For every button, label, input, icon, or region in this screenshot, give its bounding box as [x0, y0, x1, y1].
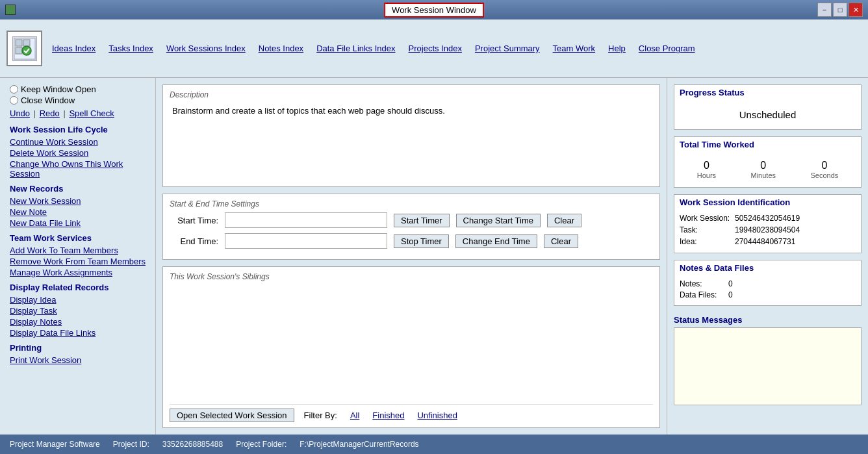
- menu-work-sessions-index[interactable]: Work Sessions Index: [166, 44, 246, 53]
- data-files-value: 0: [728, 290, 733, 299]
- new-note-link[interactable]: New Note: [10, 207, 146, 217]
- seconds-col: 0 Seconds: [810, 160, 838, 179]
- display-notes-link[interactable]: Display Notes: [10, 317, 146, 327]
- change-owner-link[interactable]: Change Who Owns This Work Session: [10, 159, 146, 179]
- add-work-team-link[interactable]: Add Work To Team Members: [10, 246, 146, 255]
- start-timer-button[interactable]: Start Timer: [394, 214, 450, 227]
- task-id-row: Task: 199480238094504: [680, 225, 856, 234]
- spell-check-link[interactable]: Spell Check: [69, 108, 114, 118]
- change-start-time-button[interactable]: Change Start Time: [456, 214, 541, 227]
- menu-tasks-index[interactable]: Tasks Index: [108, 44, 153, 53]
- svg-rect-1: [11, 6, 14, 9]
- app-name: Project Manager Software: [10, 440, 100, 449]
- time-worked-row: 0 Hours 0 Minutes 0 Seconds: [680, 156, 856, 183]
- time-settings-title: Start & End Time Settings: [170, 199, 653, 208]
- minimize-button[interactable]: −: [817, 3, 832, 17]
- display-data-file-links-link[interactable]: Display Data File Links: [10, 328, 146, 338]
- display-task-link[interactable]: Display Task: [10, 306, 146, 316]
- project-folder-label: Project Folder:: [236, 440, 287, 449]
- status-bar: Project Manager Software Project ID: 335…: [0, 435, 868, 454]
- notes-value: 0: [728, 279, 733, 288]
- siblings-title: This Work Session's Siblings: [170, 272, 653, 281]
- manage-assignments-link[interactable]: Manage Work Assignments: [10, 268, 146, 277]
- menu-team-work[interactable]: Team Work: [553, 44, 596, 53]
- undo-link[interactable]: Undo: [10, 108, 30, 118]
- idea-id-row: Idea: 27044484067731: [680, 237, 856, 246]
- menu-projects-index[interactable]: Projects Index: [409, 44, 462, 53]
- window-controls: − □ ✕: [817, 3, 863, 17]
- sidebar-section-display: Display Related Records: [10, 283, 146, 292]
- display-idea-link[interactable]: Display Idea: [10, 295, 146, 305]
- task-id-value: 199480238094504: [735, 225, 800, 234]
- svg-rect-2: [6, 10, 10, 14]
- sidebar-section-new-records: New Records: [10, 184, 146, 194]
- right-panel: Progress Status Unscheduled Total Time W…: [667, 78, 868, 435]
- project-id-label: Project ID:: [113, 440, 149, 449]
- maximize-button[interactable]: □: [833, 3, 847, 17]
- clear-end-button[interactable]: Clear: [544, 234, 578, 248]
- menu-data-file-links-index[interactable]: Data File Links Index: [316, 44, 395, 53]
- status-messages-box: [674, 327, 862, 405]
- progress-status-content: Unscheduled: [674, 100, 861, 129]
- change-end-time-button[interactable]: Change End Time: [455, 234, 537, 248]
- seconds-value: 0: [821, 160, 827, 171]
- description-title: Description: [170, 90, 653, 99]
- title-bar: Work Session Window − □ ✕: [0, 0, 868, 19]
- start-time-input[interactable]: [225, 212, 387, 228]
- menu-notes-index[interactable]: Notes Index: [259, 44, 303, 53]
- notes-data-files-title: Notes & Data Files: [674, 260, 861, 275]
- start-time-row: Start Time: Start Timer Change Start Tim…: [170, 212, 653, 228]
- data-files-row: Data Files: 0: [680, 290, 856, 299]
- close-button[interactable]: ✕: [849, 3, 863, 17]
- data-files-label: Data Files:: [680, 290, 728, 299]
- minutes-col: 0 Minutes: [751, 160, 776, 179]
- sidebar-section-team-work: Team Work Services: [10, 233, 146, 243]
- progress-status-section: Progress Status Unscheduled: [674, 84, 862, 130]
- idea-id-value: 27044484067731: [735, 237, 795, 246]
- time-settings-section: Start & End Time Settings Start Time: St…: [162, 194, 660, 260]
- notes-data-files-content: Notes: 0 Data Files: 0: [674, 275, 861, 305]
- total-time-title: Total Time Worked: [674, 137, 861, 152]
- menu-close-program[interactable]: Close Program: [639, 44, 695, 53]
- filter-all-link[interactable]: All: [350, 410, 359, 420]
- filter-finished-link[interactable]: Finished: [372, 410, 404, 420]
- work-session-id-title: Work Session Identification: [674, 195, 861, 210]
- work-session-id-value: 505246432054619: [735, 214, 800, 223]
- open-selected-work-session-button[interactable]: Open Selected Work Session: [170, 409, 294, 422]
- siblings-content: [170, 285, 653, 399]
- new-work-session-link[interactable]: New Work Session: [10, 196, 146, 206]
- minutes-label: Minutes: [751, 171, 776, 179]
- new-data-file-link-link[interactable]: New Data File Link: [10, 218, 146, 228]
- delete-work-session-link[interactable]: Delete Work Session: [10, 148, 146, 158]
- seconds-label: Seconds: [810, 171, 838, 179]
- svg-rect-5: [16, 40, 22, 46]
- svg-point-8: [22, 46, 31, 55]
- stop-timer-button[interactable]: Stop Timer: [394, 234, 449, 248]
- remove-work-team-link[interactable]: Remove Work From Team Members: [10, 257, 146, 266]
- menu-help[interactable]: Help: [608, 44, 626, 53]
- end-time-input[interactable]: [225, 233, 387, 249]
- continue-work-session-link[interactable]: Continue Work Session: [10, 137, 146, 147]
- menu-bar: Ideas Index Tasks Index Work Sessions In…: [0, 19, 868, 78]
- menu-ideas-index[interactable]: Ideas Index: [52, 44, 96, 53]
- hours-value: 0: [704, 160, 709, 171]
- menu-project-summary[interactable]: Project Summary: [475, 44, 540, 53]
- progress-status-title: Progress Status: [674, 85, 861, 100]
- close-window-label: Close Window: [21, 95, 75, 105]
- start-time-label: Start Time:: [170, 216, 218, 225]
- filter-unfinished-link[interactable]: Unfinished: [417, 410, 457, 420]
- keep-window-open-label: Keep Window Open: [21, 84, 96, 94]
- description-text[interactable]: Brainstorm and create a list of topics t…: [170, 103, 653, 181]
- sidebar-section-printing: Printing: [10, 343, 146, 353]
- svg-rect-0: [6, 6, 10, 9]
- redo-link[interactable]: Redo: [40, 108, 60, 118]
- close-window-radio[interactable]: Close Window: [10, 95, 146, 105]
- progress-status-value: Unscheduled: [680, 104, 856, 125]
- print-work-session-link[interactable]: Print Work Session: [10, 355, 146, 365]
- sidebar: Keep Window Open Close Window Undo | Red…: [0, 78, 156, 435]
- clear-start-button[interactable]: Clear: [547, 214, 581, 227]
- svg-rect-3: [11, 10, 14, 14]
- end-time-row: End Time: Stop Timer Change End Time Cle…: [170, 233, 653, 249]
- keep-window-open-radio[interactable]: Keep Window Open: [10, 84, 146, 94]
- work-session-id-content: Work Session: 505246432054619 Task: 1994…: [674, 210, 861, 253]
